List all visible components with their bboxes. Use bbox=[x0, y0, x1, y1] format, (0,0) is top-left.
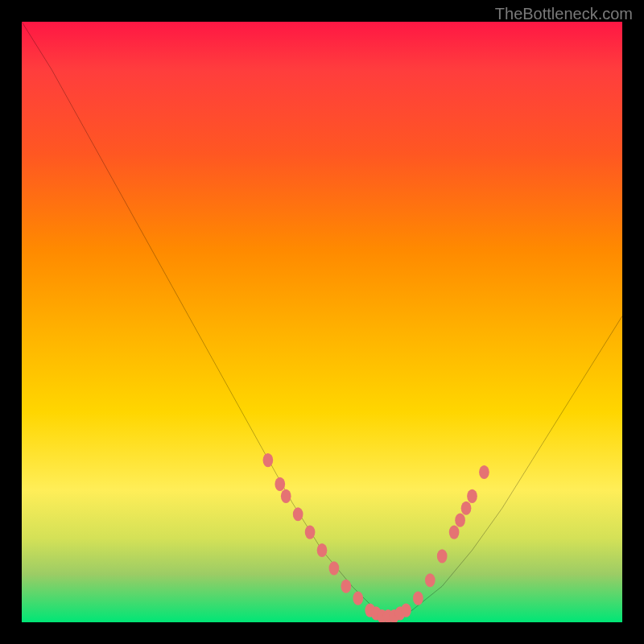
marker-dot bbox=[329, 561, 340, 575]
marker-dot bbox=[461, 502, 472, 515]
marker-dot bbox=[437, 549, 448, 563]
marker-dot bbox=[281, 489, 291, 503]
marker-dot bbox=[455, 514, 465, 527]
marker-dot bbox=[317, 543, 328, 557]
marker-dot bbox=[305, 526, 316, 539]
marker-dot bbox=[413, 592, 423, 605]
marker-dot bbox=[293, 507, 303, 521]
marker-dot bbox=[263, 453, 274, 467]
marker-dot bbox=[401, 604, 411, 617]
marker-dot bbox=[467, 489, 477, 503]
bottleneck-curve bbox=[22, 22, 622, 617]
chart-svg bbox=[22, 22, 622, 622]
marker-dot bbox=[275, 477, 285, 491]
chart-container: TheBottleneck.com bbox=[0, 0, 644, 644]
marker-dot bbox=[425, 573, 436, 587]
watermark-text: TheBottleneck.com bbox=[495, 5, 633, 23]
plot-area bbox=[22, 22, 622, 622]
marker-dot bbox=[449, 526, 460, 539]
highlight-markers bbox=[263, 453, 489, 622]
marker-dot bbox=[479, 465, 489, 479]
marker-dot bbox=[353, 592, 363, 605]
marker-dot bbox=[341, 580, 351, 593]
